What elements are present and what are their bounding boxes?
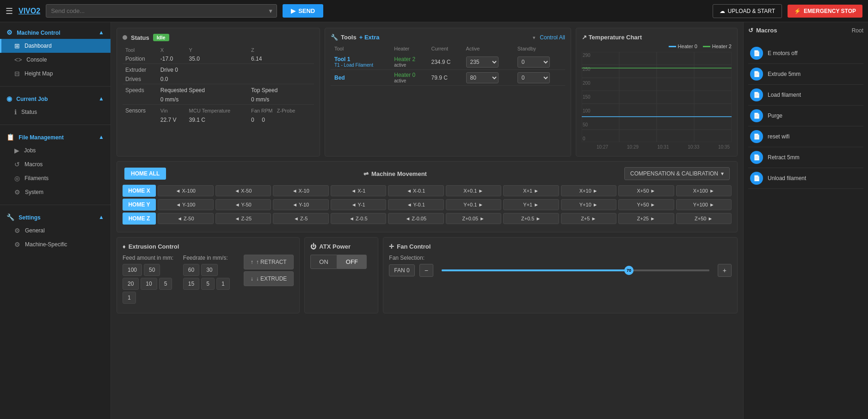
sidebar-item-height-map[interactable]: ⊟ Height Map — [0, 67, 111, 81]
z-neg005-button[interactable]: ◄ Z-0.05 — [388, 213, 444, 224]
z-neg05-button[interactable]: ◄ Z-0.5 — [331, 213, 387, 224]
feedrate-5-button[interactable]: 5 — [201, 278, 215, 290]
feed-20-button[interactable]: 20 — [123, 278, 139, 290]
sidebar-item-status[interactable]: ℹ Status — [0, 105, 111, 119]
home-all-button[interactable]: HOME ALL — [124, 168, 166, 180]
y-pos10-button[interactable]: Y+10 ► — [561, 199, 617, 210]
fan-plus-button[interactable]: + — [718, 264, 732, 277]
power-off-button[interactable]: OFF — [337, 255, 367, 269]
y-pos1-button[interactable]: Y+1 ► — [503, 199, 559, 210]
macro-icon-2: 📄 — [750, 88, 763, 101]
home-z-button[interactable]: HOME Z — [123, 213, 156, 225]
z-neg25-button[interactable]: ◄ Z-25 — [215, 213, 271, 224]
sidebar-section-machine-control-header[interactable]: ⚙ Machine Control ▲ — [0, 26, 111, 39]
fan-slider[interactable]: 70 — [442, 269, 709, 271]
x-neg10-button[interactable]: ◄ X-10 — [273, 185, 329, 196]
bed-row: Bed Heater 0 active 79.9 C — [331, 70, 565, 86]
sidebar-item-machine-specific[interactable]: ⚙ Machine-Specific — [0, 238, 111, 251]
retract-button[interactable]: ↑ ↑ RETRACT — [244, 255, 294, 269]
sidebar-item-filaments[interactable]: ◎ Filaments — [0, 171, 111, 185]
macro-item-0[interactable]: 📄 E motors off — [748, 43, 863, 64]
x-neg50-button[interactable]: ◄ X-50 — [215, 185, 271, 196]
chart-container: 290 250 200 150 100 50 0 — [582, 52, 732, 150]
z-neg5-button[interactable]: ◄ Z-5 — [273, 213, 329, 224]
macro-item-4[interactable]: 📄 reset wifi — [748, 126, 863, 147]
sidebar-section-file-management-header[interactable]: 📋 File Management ▲ — [0, 131, 111, 144]
tool1-sub[interactable]: T1 - Load Filament — [334, 63, 387, 68]
home-x-button[interactable]: HOME X — [123, 185, 156, 197]
sidebar-item-system[interactable]: ⚙ System — [0, 185, 111, 199]
z-pos005-button[interactable]: Z+0.05 ► — [446, 213, 502, 224]
z-pos5-button[interactable]: Z+5 ► — [561, 213, 617, 224]
macro-item-5[interactable]: 📄 Retract 5mm — [748, 147, 863, 168]
feed-50-button[interactable]: 50 — [144, 264, 160, 276]
x-pos50-button[interactable]: X+50 ► — [618, 185, 674, 196]
y-pos100-button[interactable]: Y+100 ► — [676, 199, 732, 210]
macro-item-6[interactable]: 📄 Unload filament — [748, 168, 863, 189]
feedrate-15-button[interactable]: 15 — [183, 278, 199, 290]
feedrate-30-button[interactable]: 30 — [201, 264, 217, 276]
sidebar-item-dashboard[interactable]: ⊞ Dashboard — [0, 39, 111, 53]
y-pos01-button[interactable]: Y+0.1 ► — [446, 199, 502, 210]
power-toggle: ON OFF — [310, 255, 372, 269]
x-pos01-button[interactable]: X+0.1 ► — [446, 185, 502, 196]
feedrate-1-button[interactable]: 1 — [216, 278, 230, 290]
y-neg50-button[interactable]: ◄ Y-50 — [215, 199, 271, 210]
y-neg10-button[interactable]: ◄ Y-10 — [273, 199, 329, 210]
tool1-standby-select[interactable]: 0 — [517, 56, 550, 68]
power-on-button[interactable]: ON — [310, 255, 337, 269]
macro-label-0: E motors off — [768, 50, 797, 56]
x-pos1-button[interactable]: X+1 ► — [503, 185, 559, 196]
macro-item-2[interactable]: 📄 Load filament — [748, 85, 863, 106]
bed-active-select[interactable]: 80 — [466, 72, 499, 83]
feed-10-button[interactable]: 10 — [141, 278, 157, 290]
upload-start-button[interactable]: ☁ UPLOAD & START — [713, 4, 782, 18]
fan-thumb[interactable]: 70 — [624, 266, 634, 275]
x-pos100-button[interactable]: X+100 ► — [676, 185, 732, 196]
z-pos50-button[interactable]: Z+50 ► — [676, 213, 732, 224]
fan-minus-button[interactable]: − — [419, 264, 433, 277]
hamburger-icon[interactable]: ☰ — [6, 6, 13, 16]
sidebar-item-console[interactable]: <> Console — [0, 53, 111, 67]
tool1-name[interactable]: Tool 1 — [334, 56, 387, 63]
app-logo[interactable]: VIVO2 — [18, 7, 40, 15]
bed-name[interactable]: Bed — [334, 75, 387, 81]
z-pos05-button[interactable]: Z+0.5 ► — [503, 213, 559, 224]
feed-1-button[interactable]: 1 — [123, 292, 136, 304]
sidebar-item-macros[interactable]: ↺ Macros — [0, 157, 111, 171]
sidebar-item-jobs[interactable]: ▶ Jobs — [0, 144, 111, 157]
x-pos10-button[interactable]: X+10 ► — [561, 185, 617, 196]
tools-plus-extra[interactable]: + Extra — [359, 34, 380, 41]
home-y-button[interactable]: HOME Y — [123, 199, 156, 211]
sidebar-section-current-job-header[interactable]: ◉ Current Job ▲ — [0, 92, 111, 105]
z-neg50-button[interactable]: ◄ Z-50 — [158, 213, 214, 224]
send-code-input[interactable] — [46, 4, 277, 18]
y-neg100-button[interactable]: ◄ Y-100 — [158, 199, 214, 210]
extrude-button[interactable]: ↓ ↓ EXTRUDE — [244, 271, 294, 286]
feedrate-60-button[interactable]: 60 — [183, 264, 199, 276]
control-all-button[interactable]: Control All — [540, 34, 565, 41]
y-neg1-button[interactable]: ◄ Y-1 — [331, 199, 387, 210]
sidebar-section-settings-header[interactable]: 🔧 Settings ▲ — [0, 211, 111, 224]
atx-title: ⏻ ATX Power — [310, 243, 372, 250]
feed-100-button[interactable]: 100 — [123, 264, 142, 276]
emergency-stop-button[interactable]: ⚡ EMERGENCY STOP — [788, 5, 862, 18]
feed-5-button[interactable]: 5 — [159, 278, 172, 290]
y-pos50-button[interactable]: Y+50 ► — [618, 199, 674, 210]
tool1-active-select[interactable]: 235 — [466, 56, 499, 68]
comp-cal-button[interactable]: COMPENSATION & CALIBRATION ▾ — [624, 167, 730, 180]
macro-item-1[interactable]: 📄 Extrude 5mm — [748, 64, 863, 85]
x-neg1-button[interactable]: ◄ X-1 — [331, 185, 387, 196]
bed-standby-select[interactable]: 0 — [517, 72, 550, 83]
send-button[interactable]: ▶ SEND — [283, 4, 323, 18]
y-neg01-button[interactable]: ◄ Y-0.1 — [388, 199, 444, 210]
fan-card: ✛ Fan Control Fan Selection: FAN 0 − 70 — [383, 237, 738, 313]
fan-title: ✛ Fan Control — [389, 243, 732, 250]
feed-amount-buttons: 100 50 20 10 5 1 — [123, 264, 174, 304]
z-pos25-button[interactable]: Z+25 ► — [618, 213, 674, 224]
x-neg100-button[interactable]: ◄ X-100 — [158, 185, 214, 196]
x-neg01-button[interactable]: ◄ X-0.1 — [388, 185, 444, 196]
sidebar-item-general[interactable]: ⚙ General — [0, 224, 111, 238]
send-code-dropdown-icon[interactable]: ▼ — [268, 8, 273, 14]
macro-item-3[interactable]: 📄 Purge — [748, 106, 863, 126]
